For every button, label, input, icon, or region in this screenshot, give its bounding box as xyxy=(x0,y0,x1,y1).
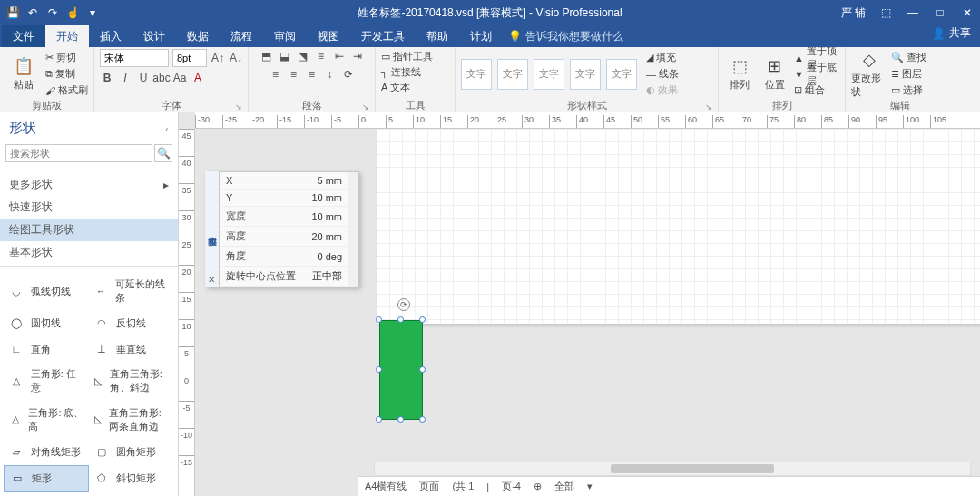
shape-item[interactable]: △三角形: 任意 xyxy=(4,362,89,400)
italic-icon[interactable]: I xyxy=(118,71,132,85)
charcase-icon[interactable]: Aa xyxy=(172,71,187,85)
sizewin-row[interactable]: 高度20 mm xyxy=(220,227,348,247)
shape-item[interactable]: ∟直角 xyxy=(4,336,89,362)
resize-handle-sw[interactable] xyxy=(376,416,382,423)
scroll-thumb[interactable] xyxy=(611,464,774,473)
fill-button[interactable]: ◢填充 xyxy=(646,51,679,65)
arrange-button[interactable]: ⬚排列 xyxy=(724,50,756,99)
shape-item[interactable]: ◺直角三角形: 两条直角边 xyxy=(89,401,174,439)
sizewin-val[interactable]: 20 mm xyxy=(305,227,348,247)
align-bot-icon[interactable]: ⬔ xyxy=(296,49,310,63)
connector-tool-button[interactable]: ┐连接线 xyxy=(381,64,421,79)
add-page-icon[interactable]: ⊕ xyxy=(534,481,542,492)
resize-handle-s[interactable] xyxy=(397,416,404,423)
style-item[interactable]: 文字 xyxy=(534,59,564,90)
resize-handle-n[interactable] xyxy=(397,316,404,323)
cut-button[interactable]: ✂剪切 xyxy=(45,51,88,65)
send-back-button[interactable]: ▼置于底层 xyxy=(794,67,839,82)
font-size-select[interactable] xyxy=(172,49,207,67)
save-icon[interactable]: 💾 xyxy=(5,5,20,20)
tab-devtools[interactable]: 开发工具 xyxy=(350,25,416,47)
quick-shapes-button[interactable]: 快速形状 xyxy=(0,196,178,219)
more-shapes-button[interactable]: 更多形状▸ xyxy=(0,173,178,196)
pointer-tool-button[interactable]: ▭指针工具 xyxy=(381,49,433,63)
shape-item[interactable]: ◠反切线 xyxy=(89,310,174,336)
text-tool-button[interactable]: A文本 xyxy=(381,80,410,94)
resize-handle-w[interactable] xyxy=(376,366,382,373)
copy-button[interactable]: ⧉复制 xyxy=(45,67,88,82)
touch-icon[interactable]: ☝ xyxy=(65,5,80,20)
style-item[interactable]: 文字 xyxy=(461,59,492,90)
tab-review[interactable]: 审阅 xyxy=(263,25,307,47)
status-page[interactable]: 页面 xyxy=(419,480,439,493)
find-button[interactable]: 🔍查找 xyxy=(891,51,926,65)
effect-button[interactable]: ◐效果 xyxy=(646,83,679,98)
basic-shapes-button[interactable]: 基本形状 xyxy=(0,241,178,264)
line-button[interactable]: ―线条 xyxy=(646,67,679,82)
change-shape-button[interactable]: ◇更改形状 xyxy=(851,50,887,99)
shapes-search-input[interactable] xyxy=(5,144,152,162)
select-button[interactable]: ▭选择 xyxy=(891,83,926,98)
drawing-page[interactable] xyxy=(377,129,980,324)
shape-item[interactable]: ⬠斜切矩形 xyxy=(89,465,174,492)
paste-button[interactable]: 📋粘贴 xyxy=(5,50,42,99)
status-all[interactable]: 全部 xyxy=(554,480,574,493)
maximize-icon[interactable]: □ xyxy=(933,6,947,19)
style-item[interactable]: 文字 xyxy=(497,59,528,90)
group-button[interactable]: ⊡组合 xyxy=(794,83,839,98)
rotation-handle[interactable]: ⟳ xyxy=(397,298,410,311)
minimize-icon[interactable]: — xyxy=(906,6,920,19)
sizewin-row[interactable]: 旋转中心点位置正中部 xyxy=(220,267,348,287)
underline-icon[interactable]: U xyxy=(136,71,151,85)
sizewin-row[interactable]: 宽度10 mm xyxy=(220,207,348,227)
font-color-icon[interactable]: A xyxy=(191,71,205,85)
shape-item[interactable]: ◯圆切线 xyxy=(4,310,89,336)
resize-handle-se[interactable] xyxy=(419,416,426,423)
sizewin-row[interactable]: 角度0 deg xyxy=(220,247,348,267)
shape-item[interactable]: ⊥垂直线 xyxy=(89,336,174,362)
close-icon[interactable]: ✕ xyxy=(960,6,975,19)
indent-inc-icon[interactable]: ⇥ xyxy=(350,49,365,63)
shape-item[interactable]: △三角形: 底、高 xyxy=(4,401,89,439)
increase-font-icon[interactable]: A↑ xyxy=(211,51,225,65)
tab-process[interactable]: 流程 xyxy=(220,25,263,47)
drawing-canvas[interactable]: 大小和位置 X5 mm Y10 mm 宽度10 mm 高度20 mm 角度0 d… xyxy=(195,129,980,496)
collapse-pane-icon[interactable]: ‹ xyxy=(165,123,169,134)
tab-home[interactable]: 开始 xyxy=(45,25,89,47)
styles-launcher-icon[interactable]: ↘ xyxy=(705,102,712,112)
style-item[interactable]: 文字 xyxy=(606,59,637,90)
sizewin-val[interactable]: 0 deg xyxy=(305,247,348,267)
bold-icon[interactable]: B xyxy=(100,71,114,85)
resize-handle-ne[interactable] xyxy=(419,316,426,323)
share-button[interactable]: 👤 共享 xyxy=(932,25,971,41)
shape-item-rectangle[interactable]: ▭矩形 xyxy=(4,465,89,492)
tab-help[interactable]: 帮助 xyxy=(416,25,459,47)
indent-dec-icon[interactable]: ⇤ xyxy=(332,49,347,63)
align-top-icon[interactable]: ⬒ xyxy=(260,49,274,63)
sizewin-row[interactable]: Y10 mm xyxy=(220,190,348,207)
spacing-icon[interactable]: ↕ xyxy=(323,67,338,82)
status-cur[interactable]: 页-4 xyxy=(502,480,521,493)
font-name-select[interactable] xyxy=(100,49,169,67)
sizewin-val[interactable]: 10 mm xyxy=(305,207,348,227)
shape-item[interactable]: ▱对角线矩形 xyxy=(4,439,89,464)
strike-icon[interactable]: abc xyxy=(154,71,169,85)
sizewin-scrollbar[interactable] xyxy=(348,172,358,287)
chevron-down-icon[interactable]: ▾ xyxy=(587,481,593,492)
sizewin-val[interactable]: 10 mm xyxy=(305,190,348,207)
tab-view[interactable]: 视图 xyxy=(307,25,350,47)
shape-item[interactable]: ▢圆角矩形 xyxy=(89,439,174,464)
tab-insert[interactable]: 插入 xyxy=(89,25,132,47)
tell-me-search[interactable]: 💡 告诉我你想要做什么 xyxy=(508,25,623,47)
horizontal-scrollbar[interactable] xyxy=(374,462,971,476)
size-position-window[interactable]: 大小和位置 X5 mm Y10 mm 宽度10 mm 高度20 mm 角度0 d… xyxy=(205,171,359,287)
style-gallery[interactable]: 文字 文字 文字 文字 文字 xyxy=(461,59,637,90)
shape-item[interactable]: ◡弧线切线 xyxy=(4,272,89,310)
shape-item[interactable]: ◺直角三角形: 角、斜边 xyxy=(89,362,174,400)
redo-icon[interactable]: ↷ xyxy=(45,5,60,20)
para-launcher-icon[interactable]: ↘ xyxy=(362,102,369,112)
sizewin-close-icon[interactable]: ✕ xyxy=(208,275,215,285)
selected-rectangle-shape[interactable] xyxy=(379,320,423,420)
user-name[interactable]: 严 辅 xyxy=(841,5,866,21)
tab-data[interactable]: 数据 xyxy=(176,25,220,47)
